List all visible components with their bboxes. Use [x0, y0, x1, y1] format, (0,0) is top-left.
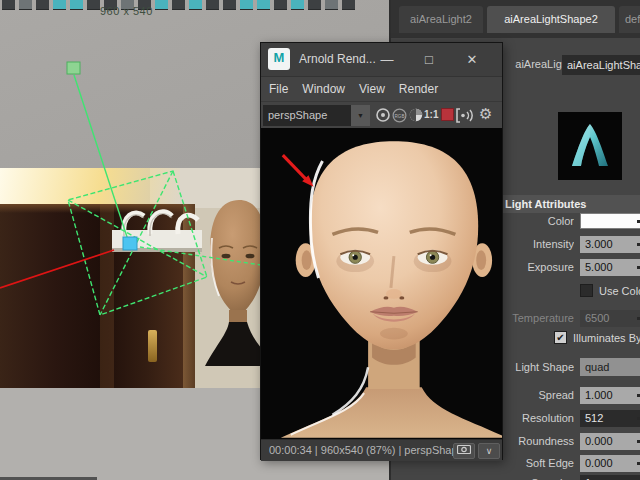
resolution-field[interactable]: 512 [580, 410, 640, 427]
viewport-toolbar-icon[interactable] [308, 0, 321, 10]
expand-chevron-button[interactable]: ∨ [478, 443, 500, 459]
snapshot-target-icon[interactable] [375, 107, 391, 123]
scene-character-head [205, 198, 267, 366]
manipulator-handle [67, 62, 80, 74]
window-titlebar[interactable]: M Arnold Rend... — □ ✕ [261, 43, 502, 76]
tab-aiAreaLight2[interactable]: aiAreaLight2 [399, 6, 483, 33]
brass-handle [148, 330, 157, 362]
menu-view[interactable]: View [359, 82, 385, 96]
node-name-field[interactable]: aiAreaLightShape2 [562, 55, 640, 75]
viewport-toolbar-icon[interactable] [87, 0, 100, 10]
illuminates-by-default-checkbox[interactable]: ✔ [554, 331, 567, 344]
settings-gear-icon[interactable]: ⚙ [479, 105, 492, 123]
illuminates-by-default-label: Illuminates By Default [573, 332, 640, 344]
ipr-refresh-icon[interactable] [456, 108, 476, 123]
viewport-toolbar-icon[interactable] [325, 0, 338, 10]
menu-window[interactable]: Window [302, 82, 345, 96]
viewport-toolbar-icon[interactable] [274, 0, 287, 10]
viewport-toolbar-icon[interactable] [342, 0, 355, 10]
viewport-toolbar-icon[interactable] [53, 0, 66, 10]
render-status-text: 00:00:34 | 960x540 (87%) | perspShape [269, 444, 453, 456]
viewport-toolbar-icon[interactable] [240, 0, 253, 10]
arnold-logo [558, 112, 622, 180]
camera-select-dropdown[interactable]: perspShape [263, 105, 351, 126]
viewport-toolbar-icon[interactable] [36, 0, 49, 10]
viewport-toolbar [0, 0, 389, 11]
viewport-toolbar-icon[interactable] [223, 0, 236, 10]
arnold-renderview-window[interactable]: M Arnold Rend... — □ ✕ File Window View … [260, 42, 503, 460]
samples-field[interactable]: 1 [580, 475, 640, 480]
minimize-button[interactable]: — [374, 50, 400, 70]
viewport-toolbar-icon[interactable] [2, 0, 15, 10]
zoom-ratio-label[interactable]: 1:1 [424, 109, 438, 120]
chevron-down-icon[interactable]: ▼ [351, 105, 370, 126]
render-image-area[interactable] [261, 128, 502, 439]
use-color-temperature-checkbox[interactable] [580, 284, 593, 297]
viewport-toolbar-icon[interactable] [19, 0, 32, 10]
render-toolbar: perspShape ▼ RGB 1:1 [261, 101, 502, 128]
snapshot-camera-button[interactable] [453, 443, 475, 459]
temperature-field: 6500 [580, 310, 640, 327]
window-title: Arnold Rend... [299, 52, 376, 66]
close-button[interactable]: ✕ [459, 50, 485, 70]
menubar: File Window View Render [261, 76, 502, 101]
exposure-field[interactable]: 5.000 [580, 259, 640, 276]
rendered-head [261, 128, 502, 439]
maximize-button[interactable]: □ [416, 50, 442, 70]
background-toggle-icon[interactable] [409, 108, 423, 122]
viewport-toolbar-icon[interactable] [155, 0, 168, 10]
viewport-toolbar-icon[interactable] [189, 0, 202, 10]
maya-screen: 960 x 540 [0, 0, 640, 480]
color-swatch[interactable] [580, 213, 640, 229]
menu-file[interactable]: File [269, 82, 288, 96]
roundness-field[interactable]: 0.000 [580, 433, 640, 450]
soft-edge-field[interactable]: 0.000 [580, 455, 640, 472]
viewport-toolbar-icon[interactable] [206, 0, 219, 10]
attribute-editor-tabs: aiAreaLight2 aiAreaLightShape2 defaultLi… [391, 0, 640, 38]
viewport-toolbar-icon[interactable] [70, 0, 83, 10]
render-region-icon[interactable] [441, 108, 454, 121]
svg-text:RGB: RGB [395, 114, 405, 119]
render-statusbar: 00:00:34 | 960x540 (87%) | perspShape ∨ [261, 439, 502, 461]
annotation-arrow [283, 155, 314, 187]
rgb-channels-icon[interactable]: RGB [392, 108, 407, 123]
viewport-toolbar-icon[interactable] [291, 0, 304, 10]
tab-defaultLightSet[interactable]: defaultLightSet [619, 6, 640, 33]
resolution-gate-label: 960 x 540 [100, 5, 153, 17]
viewport-toolbar-icon[interactable] [172, 0, 185, 10]
coat-hooks [108, 196, 208, 262]
menu-render[interactable]: Render [399, 82, 438, 96]
spread-field[interactable]: 1.000 [580, 387, 640, 404]
use-color-temperature-label: Use Color Temperature [599, 285, 640, 297]
viewport-toolbar-icon[interactable] [257, 0, 270, 10]
maya-app-icon: M [268, 48, 290, 70]
light-shape-dropdown[interactable]: quad [580, 358, 640, 376]
intensity-field[interactable]: 3.000 [580, 236, 640, 253]
tab-aiAreaLightShape2[interactable]: aiAreaLightShape2 [487, 6, 615, 33]
camera-icon [457, 444, 471, 454]
